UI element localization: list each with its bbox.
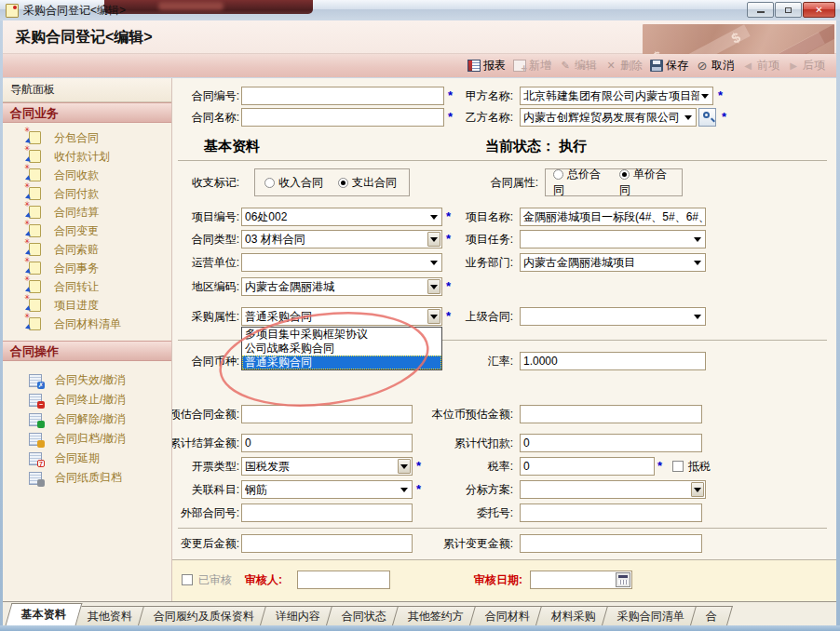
party-b-search-button[interactable] <box>698 108 716 127</box>
chevron-down-icon[interactable] <box>427 232 440 247</box>
tab-truncated[interactable]: 合 <box>690 606 733 625</box>
chevron-down-icon[interactable] <box>398 482 411 497</box>
sidebar-item-invalidate[interactable]: ✗合同失效/撤消 <box>3 370 171 390</box>
change-total-label: 累计变更金额: <box>443 534 513 553</box>
tab-contract-status[interactable]: 合同状态 <box>326 606 402 625</box>
sidebar-item-paper-archive[interactable]: 合同纸质归档 <box>3 468 171 488</box>
prev-button[interactable]: 前项 <box>738 57 783 74</box>
invoice-type-combo[interactable]: 国税发票 <box>241 457 413 476</box>
report-icon <box>467 60 481 72</box>
tax-deduct-checkbox[interactable] <box>672 461 684 472</box>
paper-archive-icon <box>29 472 42 485</box>
auditor-label: 审核人: <box>245 571 282 589</box>
chevron-down-icon[interactable] <box>691 255 704 270</box>
radio-expense-contract[interactable]: 支出合同 <box>338 175 397 191</box>
next-button[interactable]: 后项 <box>783 57 829 74</box>
document-icon <box>29 262 41 275</box>
tab-material-purchase[interactable]: 材料采购 <box>535 606 612 625</box>
region-code-combo[interactable]: 内蒙古金隅丽港城 <box>241 277 442 296</box>
contract-attr-group: 总价合同 单价合同 <box>545 168 683 196</box>
dropdown-option-strategic[interactable]: 公司战略采购合同 <box>242 342 441 356</box>
chevron-down-icon[interactable] <box>691 309 704 324</box>
toolbar: 报表 新增 编辑 删除 保存 取消 前项 后项 <box>3 54 836 78</box>
contract-type-combo[interactable]: 03 材料合同 <box>241 230 442 248</box>
required-asterisk: * <box>657 457 662 476</box>
chevron-down-icon[interactable] <box>427 279 440 294</box>
chevron-down-icon[interactable] <box>698 88 711 103</box>
chevron-down-icon[interactable] <box>691 482 704 497</box>
delete-icon <box>604 60 617 72</box>
tab-basic-info[interactable]: 基本资料 <box>6 603 83 625</box>
chevron-down-icon[interactable] <box>427 209 440 224</box>
est-amount-input[interactable] <box>241 405 413 423</box>
document-icon <box>29 317 41 330</box>
contract-no-label: 合同编号: <box>192 87 239 105</box>
parent-contract-combo[interactable] <box>520 307 706 326</box>
chevron-down-icon[interactable] <box>682 110 695 125</box>
dropdown-option-framework[interactable]: 多项目集中采购框架协议 <box>242 328 441 342</box>
biz-dept-combo[interactable]: 内蒙古金隅丽港城项目 <box>520 253 706 272</box>
project-task-combo[interactable] <box>520 230 706 248</box>
contract-no-input[interactable] <box>241 87 444 105</box>
purchase-attr-combo[interactable]: 普通采购合同 <box>241 307 442 326</box>
sidebar-item-rescind[interactable]: 合同解除/撤消 <box>3 409 171 429</box>
chevron-down-icon[interactable] <box>691 232 704 247</box>
bid-plan-label: 分标方案: <box>466 480 513 499</box>
maximize-button[interactable] <box>775 2 802 18</box>
bid-plan-combo[interactable] <box>520 480 706 499</box>
new-button[interactable]: 新增 <box>509 57 555 74</box>
entrust-no-input[interactable] <box>520 503 702 522</box>
project-name-input[interactable] <box>520 208 706 226</box>
section-title-basic-info: 基本资料 <box>204 138 260 155</box>
party-a-combo[interactable]: 北京韩建集团有限公司内蒙古项目部 <box>520 87 713 105</box>
save-button[interactable]: 保存 <box>646 57 692 74</box>
tab-other-signers[interactable]: 其他签约方 <box>392 606 480 625</box>
radio-total-price-contract[interactable]: 总价合同 <box>553 167 608 198</box>
tax-rate-input[interactable] <box>520 457 655 476</box>
tab-other-info[interactable]: 其他资料 <box>72 606 148 625</box>
tab-performance-warranty[interactable]: 合同履约及质保资料 <box>138 606 270 625</box>
chevron-down-icon[interactable] <box>427 255 440 270</box>
tab-purchase-contract-list[interactable]: 采购合同清单 <box>602 606 700 625</box>
section-header-contract-business[interactable]: 合同业务 <box>3 102 171 123</box>
calendar-icon[interactable] <box>616 572 630 587</box>
operate-unit-combo[interactable] <box>241 253 442 272</box>
auditor-input[interactable] <box>297 571 390 589</box>
withhold-total-input[interactable] <box>520 434 702 452</box>
exchange-rate-input[interactable] <box>520 352 706 370</box>
minimize-button[interactable] <box>747 2 774 18</box>
dropdown-option-normal[interactable]: 普通采购合同 <box>242 356 441 369</box>
sidebar-item-material-list[interactable]: 合同材料清单 <box>3 315 171 333</box>
required-asterisk: * <box>448 87 453 105</box>
tab-details[interactable]: 详细内容 <box>260 606 336 625</box>
settle-total-input[interactable] <box>241 434 413 452</box>
section-header-contract-operation[interactable]: 合同操作 <box>3 341 171 361</box>
audited-label: 已审核 <box>198 571 232 589</box>
delete-button[interactable]: 删除 <box>601 57 646 74</box>
changed-amount-input[interactable] <box>241 534 413 553</box>
edit-button[interactable]: 编辑 <box>555 57 601 74</box>
chevron-down-icon[interactable] <box>427 309 440 324</box>
close-button[interactable]: ✕ <box>803 2 835 18</box>
contract-name-input[interactable] <box>241 108 444 127</box>
purchase-attr-dropdown: 多项目集中采购框架协议 公司战略采购合同 普通采购合同 <box>241 327 442 370</box>
chevron-down-icon[interactable] <box>398 459 411 474</box>
window-bottom-border <box>0 625 840 631</box>
related-subject-combo[interactable]: 钢筋 <box>241 480 413 499</box>
project-no-combo[interactable]: 06处002 <box>241 208 442 226</box>
tab-contract-materials[interactable]: 合同材料 <box>469 606 546 625</box>
report-button[interactable]: 报表 <box>464 57 509 74</box>
divider <box>178 160 827 161</box>
est-amount-base-input[interactable] <box>520 405 702 423</box>
sidebar-item-postpone[interactable]: 7合同延期 <box>3 449 171 468</box>
sidebar-item-archive[interactable]: 合同归档/撤消 <box>3 429 171 449</box>
radio-unit-price-contract[interactable]: 单价合同 <box>619 167 674 198</box>
radio-income-contract[interactable]: 收入合同 <box>264 175 323 191</box>
exchange-rate-label: 汇率: <box>488 352 513 370</box>
party-b-combo[interactable]: 内蒙古创辉煌贸易发展有限公司 <box>520 108 697 127</box>
audited-checkbox[interactable] <box>182 574 193 585</box>
external-no-input[interactable] <box>241 503 413 522</box>
sidebar-item-terminate[interactable]: −合同终止/撤消 <box>3 390 171 409</box>
cancel-button[interactable]: 取消 <box>692 57 738 74</box>
change-total-input[interactable] <box>520 534 702 553</box>
